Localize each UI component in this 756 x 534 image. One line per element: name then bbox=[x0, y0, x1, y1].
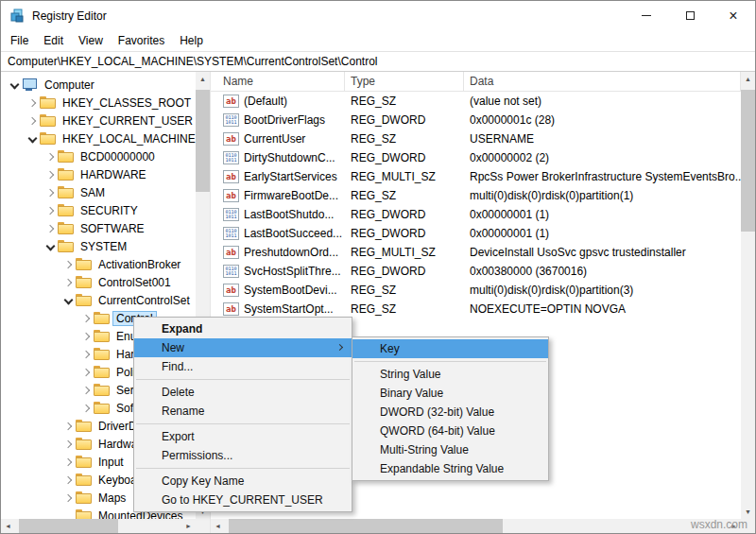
tree-item-sam[interactable]: SAM bbox=[1, 183, 196, 201]
list-hscroll-track[interactable] bbox=[225, 519, 727, 533]
context-menu-item-rename[interactable]: Rename bbox=[134, 402, 352, 421]
computer-icon bbox=[22, 78, 37, 91]
value-row-systemstartopt[interactable]: abSystemStartOpt...REG_SZNOEXECUTE=OPTIN… bbox=[211, 300, 741, 319]
context-menu-item-delete[interactable]: Delete bbox=[134, 383, 352, 402]
tree-item-bcd00000000[interactable]: BCD00000000 bbox=[1, 147, 196, 165]
value-row-bootdriverflags[interactable]: 01101011BootDriverFlagsREG_DWORD0x000000… bbox=[211, 111, 741, 129]
value-row-firmwarebootde[interactable]: abFirmwareBootDe...REG_SZmulti(0)disk(0)… bbox=[211, 186, 741, 205]
new-submenu-item-string-value[interactable]: String Value bbox=[352, 365, 548, 384]
scroll-left-icon[interactable] bbox=[211, 519, 225, 533]
list-vscroll-thumb[interactable] bbox=[741, 90, 755, 232]
scroll-up-icon[interactable] bbox=[741, 72, 755, 86]
new-submenu-item-expandable-string-value[interactable]: Expandable String Value bbox=[352, 459, 548, 478]
chevron-expanded-icon[interactable] bbox=[43, 239, 58, 254]
new-submenu-item-key[interactable]: Key bbox=[352, 339, 548, 358]
context-menu-item-find[interactable]: Find... bbox=[134, 357, 352, 376]
scroll-up-icon[interactable] bbox=[196, 72, 210, 86]
chevron-collapsed-icon[interactable] bbox=[60, 455, 76, 470]
menu-edit[interactable]: Edit bbox=[36, 31, 71, 50]
scroll-down-icon[interactable] bbox=[741, 505, 755, 519]
menu-favorites[interactable]: Favorites bbox=[111, 31, 172, 50]
tree-horizontal-scrollbar[interactable] bbox=[1, 519, 196, 533]
value-row-earlystartservices[interactable]: abEarlyStartServicesREG_MULTI_SZRpcSs Po… bbox=[211, 167, 741, 186]
value-name-cell: abCurrentUser bbox=[211, 132, 345, 146]
tree-item-software[interactable]: SOFTWARE bbox=[1, 219, 196, 237]
chevron-collapsed-icon[interactable] bbox=[78, 311, 94, 326]
value-data: 0x00000002 (2) bbox=[464, 151, 741, 164]
tree-item-system[interactable]: SYSTEM bbox=[1, 237, 196, 255]
value-row-preshutdownord[interactable]: abPreshutdownOrd...REG_MULTI_SZDeviceIns… bbox=[211, 243, 741, 262]
address-input[interactable] bbox=[1, 52, 755, 71]
value-row-default[interactable]: ab(Default)REG_SZ(value not set) bbox=[211, 92, 741, 111]
chevron-collapsed-icon[interactable] bbox=[60, 491, 76, 506]
chevron-expanded-icon[interactable] bbox=[7, 78, 22, 93]
chevron-collapsed-icon[interactable] bbox=[78, 401, 94, 416]
menu-item-label: Multi-String Value bbox=[380, 443, 469, 456]
value-row-lastbootshutdo[interactable]: 01101011LastBootShutdo...REG_DWORD0x0000… bbox=[211, 205, 741, 224]
context-menu-item-go-to-hkey-current-user[interactable]: Go to HKEY_CURRENT_USER bbox=[134, 491, 352, 509]
chevron-collapsed-icon[interactable] bbox=[60, 473, 76, 488]
value-data: DeviceInstall UsoSvc gpsvc trustedinstal… bbox=[464, 246, 741, 259]
chevron-collapsed-icon[interactable] bbox=[60, 419, 76, 434]
submenu-arrow-icon bbox=[336, 344, 343, 351]
tree-vscroll-thumb[interactable] bbox=[196, 90, 210, 192]
chevron-collapsed-icon[interactable] bbox=[78, 365, 94, 380]
maximize-button[interactable] bbox=[668, 1, 712, 30]
chevron-expanded-icon[interactable] bbox=[60, 293, 76, 308]
chevron-collapsed-icon[interactable] bbox=[43, 203, 58, 218]
tree-item-currentcontrolset[interactable]: CurrentControlSet bbox=[1, 291, 196, 309]
chevron-collapsed-icon[interactable] bbox=[78, 383, 94, 398]
new-submenu-item-dword-32-bit-value[interactable]: DWORD (32-bit) Value bbox=[352, 403, 548, 422]
tree-item-hkey-current-user[interactable]: HKEY_CURRENT_USER bbox=[1, 112, 196, 129]
context-menu-item-permissions[interactable]: Permissions... bbox=[134, 446, 352, 465]
column-header-data[interactable]: Data bbox=[464, 72, 741, 91]
chevron-collapsed-icon[interactable] bbox=[43, 149, 58, 164]
context-menu-item-expand[interactable]: Expand bbox=[134, 319, 352, 338]
tree-item-security[interactable]: SECURITY bbox=[1, 201, 196, 219]
tree-item-hkey-local-machine[interactable]: HKEY_LOCAL_MACHINE bbox=[1, 129, 196, 147]
chevron-collapsed-icon[interactable] bbox=[25, 95, 40, 111]
value-row-currentuser[interactable]: abCurrentUserREG_SZUSERNAME bbox=[211, 129, 741, 148]
column-header-type[interactable]: Type bbox=[345, 72, 464, 91]
list-vertical-scrollbar[interactable] bbox=[741, 72, 755, 519]
value-row-lastbootsucceed[interactable]: 01101011LastBootSucceed...REG_DWORD0x000… bbox=[211, 224, 741, 243]
tree-item-computer[interactable]: Computer bbox=[1, 76, 196, 94]
tree-hscroll-track[interactable] bbox=[15, 519, 181, 533]
list-hscroll-thumb[interactable] bbox=[229, 519, 503, 533]
scroll-right-icon[interactable] bbox=[181, 519, 196, 533]
list-horizontal-scrollbar[interactable] bbox=[211, 519, 741, 533]
context-menu-item-new[interactable]: New bbox=[134, 338, 352, 357]
chevron-collapsed-icon[interactable] bbox=[60, 437, 76, 452]
chevron-collapsed-icon[interactable] bbox=[25, 113, 40, 129]
chevron-collapsed-icon[interactable] bbox=[78, 347, 94, 362]
folder-icon bbox=[76, 420, 91, 432]
chevron-collapsed-icon[interactable] bbox=[60, 257, 76, 272]
value-row-dirtyshutdownc[interactable]: 01101011DirtyShutdownC...REG_DWORD0x0000… bbox=[211, 148, 741, 167]
close-button[interactable] bbox=[712, 1, 755, 30]
new-submenu-item-binary-value[interactable]: Binary Value bbox=[352, 384, 548, 403]
chevron-collapsed-icon[interactable] bbox=[60, 275, 76, 290]
tree-item-activationbroker[interactable]: ActivationBroker bbox=[1, 255, 196, 273]
tree-hscroll-thumb[interactable] bbox=[19, 519, 118, 533]
new-submenu-item-qword-64-bit-value[interactable]: QWORD (64-bit) Value bbox=[352, 422, 548, 440]
context-menu-item-copy-key-name[interactable]: Copy Key Name bbox=[134, 472, 352, 491]
chevron-expanded-icon[interactable] bbox=[25, 131, 40, 146]
chevron-collapsed-icon[interactable] bbox=[43, 221, 58, 236]
value-row-svchostsplitthre[interactable]: 01101011SvcHostSplitThre...REG_DWORD0x00… bbox=[211, 262, 741, 281]
new-submenu-item-multi-string-value[interactable]: Multi-String Value bbox=[352, 440, 548, 459]
menu-help[interactable]: Help bbox=[172, 31, 211, 50]
chevron-collapsed-icon[interactable] bbox=[43, 185, 58, 200]
tree-item-hardware[interactable]: HARDWARE bbox=[1, 165, 196, 183]
scroll-left-icon[interactable] bbox=[1, 519, 15, 533]
tree-item-controlset001[interactable]: ControlSet001 bbox=[1, 273, 196, 291]
context-menu-item-export[interactable]: Export bbox=[134, 427, 352, 446]
value-row-systembootdevi[interactable]: abSystemBootDevi...REG_SZmulti(0)disk(0)… bbox=[211, 281, 741, 300]
menu-file[interactable]: File bbox=[3, 31, 36, 50]
minimize-button[interactable] bbox=[625, 1, 668, 30]
chevron-collapsed-icon[interactable] bbox=[43, 167, 58, 182]
column-header-name[interactable]: Name bbox=[211, 72, 345, 91]
chevron-collapsed-icon[interactable] bbox=[78, 329, 94, 344]
list-vscroll-track[interactable] bbox=[741, 86, 755, 505]
menu-view[interactable]: View bbox=[71, 31, 111, 50]
tree-item-hkey-classes-root[interactable]: HKEY_CLASSES_ROOT bbox=[1, 94, 196, 112]
